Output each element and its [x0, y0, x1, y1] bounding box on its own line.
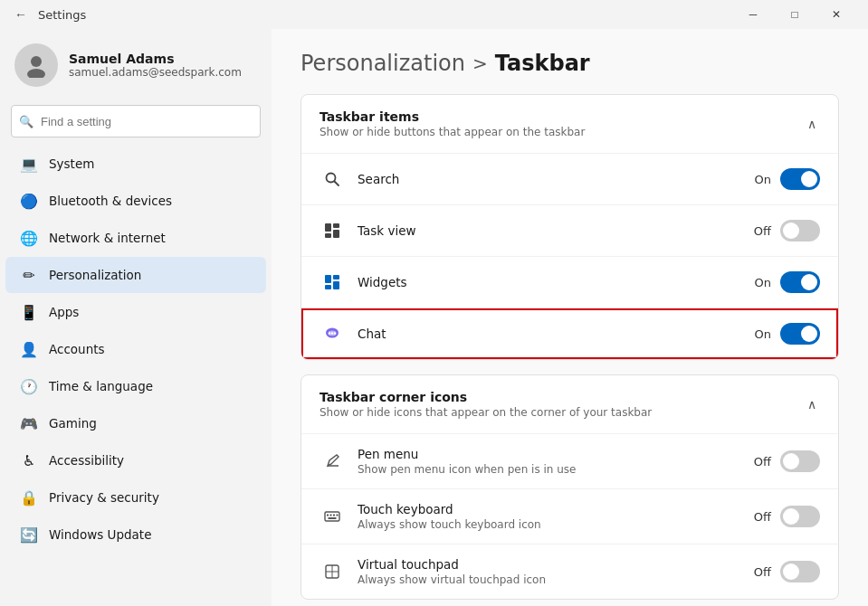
section-header-taskbar-items: Taskbar items Show or hide buttons that … [301, 95, 838, 154]
toggle-widgets[interactable] [780, 271, 820, 293]
setting-row-task-view: Task view Off [301, 205, 838, 257]
svg-rect-22 [337, 515, 339, 516]
sidebar-item-label-accounts: Accounts [49, 342, 105, 356]
setting-label-virtual-touchpad: Virtual touchpad [358, 557, 754, 572]
app-title: Settings [38, 8, 86, 22]
toggle-touch-keyboard[interactable] [780, 506, 820, 527]
setting-sublabel-virtual-touchpad: Always show virtual touchpad icon [358, 573, 754, 586]
sidebar-item-accounts[interactable]: 👤 Accounts [5, 331, 266, 367]
task-view-icon [320, 218, 345, 243]
back-button[interactable]: ← [11, 4, 31, 25]
toggle-virtual-touchpad[interactable] [780, 561, 820, 582]
sidebar-item-label-privacy: Privacy & security [49, 490, 159, 505]
svg-point-15 [331, 332, 333, 334]
avatar [14, 43, 58, 87]
setting-sublabel-pen-menu: Show pen menu icon when pen is in use [358, 463, 754, 476]
collapse-btn-taskbar-corner-icons[interactable]: ∧ [804, 393, 820, 415]
section-taskbar-items: Taskbar items Show or hide buttons that … [300, 94, 839, 360]
sidebar-item-label-network: Network & internet [49, 231, 166, 245]
minimize-button[interactable]: ─ [732, 0, 774, 29]
svg-rect-5 [333, 223, 339, 228]
sidebar-item-privacy[interactable]: 🔒 Privacy & security [5, 479, 266, 516]
sidebar-item-system[interactable]: 💻 System [5, 146, 266, 182]
sidebar-item-label-time: Time & language [49, 379, 153, 393]
toggle-search[interactable] [780, 168, 820, 190]
accessibility-icon: ♿ [20, 451, 38, 469]
setting-label-touch-keyboard: Touch keyboard [358, 502, 754, 516]
sidebar-nav: 💻 System 🔵 Bluetooth & devices 🌐 Network… [0, 145, 272, 554]
setting-row-virtual-touchpad: Virtual touchpad Always show virtual tou… [301, 544, 838, 599]
sections-container: Taskbar items Show or hide buttons that … [300, 94, 839, 600]
section-header-taskbar-corner-icons: Taskbar corner icons Show or hide icons … [301, 375, 838, 434]
privacy-icon: 🔒 [20, 488, 38, 507]
svg-point-1 [27, 69, 45, 78]
svg-rect-4 [325, 223, 331, 232]
setting-label-task-view: Task view [358, 223, 754, 238]
user-name: Samuel Adams [69, 52, 242, 66]
svg-rect-21 [333, 515, 335, 516]
apps-icon: 📱 [20, 303, 38, 321]
search-icon [320, 166, 345, 192]
app-body: Samuel Adams samuel.adams@seedspark.com … [0, 29, 868, 606]
breadcrumb: Personalization > Taskbar [300, 51, 839, 76]
toggle-task-view[interactable] [780, 220, 820, 241]
svg-rect-9 [333, 275, 339, 279]
title-bar: ← Settings ─ □ ✕ [0, 0, 868, 29]
maximize-button[interactable]: □ [774, 0, 816, 29]
sidebar-item-label-apps: Apps [49, 305, 79, 319]
sidebar-item-windows-update[interactable]: 🔄 Windows Update [5, 516, 266, 553]
section-title-taskbar-corner-icons: Taskbar corner icons [320, 390, 652, 404]
svg-rect-10 [333, 281, 339, 289]
svg-rect-19 [327, 515, 329, 516]
network-icon: 🌐 [20, 229, 38, 247]
setting-status-pen-menu: Off [754, 455, 771, 469]
sidebar-item-label-system: System [49, 156, 94, 171]
svg-rect-20 [330, 515, 332, 516]
collapse-btn-taskbar-items[interactable]: ∧ [804, 113, 820, 135]
accounts-icon: 👤 [20, 340, 38, 358]
toggle-chat[interactable] [780, 323, 820, 345]
sidebar-item-label-windows-update: Windows Update [49, 527, 151, 542]
setting-row-pen-menu: Pen menu Show pen menu icon when pen is … [301, 434, 838, 489]
svg-point-14 [329, 332, 330, 334]
section-subtitle-taskbar-corner-icons: Show or hide icons that appear on the co… [320, 406, 652, 419]
breadcrumb-parent: Personalization [300, 51, 465, 76]
setting-sublabel-touch-keyboard: Always show touch keyboard icon [358, 518, 754, 531]
pen-menu-icon [320, 449, 345, 474]
setting-row-chat: Chat On [301, 308, 838, 359]
bluetooth-icon: 🔵 [20, 192, 38, 210]
window-controls: ─ □ ✕ [732, 0, 857, 29]
svg-point-16 [334, 332, 336, 334]
sidebar-item-label-gaming: Gaming [49, 416, 97, 431]
sidebar-item-time[interactable]: 🕐 Time & language [5, 368, 266, 404]
setting-label-widgets: Widgets [358, 275, 755, 289]
windows-update-icon: 🔄 [20, 526, 38, 544]
breadcrumb-separator: > [472, 52, 488, 74]
svg-rect-7 [325, 233, 331, 238]
sidebar-item-personalization[interactable]: ✏️ Personalization [5, 257, 266, 293]
sidebar-item-accessibility[interactable]: ♿ Accessibility [5, 442, 266, 478]
section-subtitle-taskbar-items: Show or hide buttons that appear on the … [320, 126, 585, 138]
setting-status-task-view: Off [754, 224, 771, 238]
user-email: samuel.adams@seedspark.com [69, 66, 242, 79]
sidebar: Samuel Adams samuel.adams@seedspark.com … [0, 29, 272, 606]
title-bar-left: ← Settings [11, 4, 86, 25]
search-input[interactable] [11, 105, 261, 137]
sidebar-item-label-accessibility: Accessibility [49, 453, 124, 468]
main-content: Personalization > Taskbar Taskbar items … [272, 29, 868, 606]
gaming-icon: 🎮 [20, 414, 38, 432]
sidebar-item-gaming[interactable]: 🎮 Gaming [5, 405, 266, 441]
setting-status-widgets: On [755, 276, 771, 289]
close-button[interactable]: ✕ [816, 0, 857, 29]
section-taskbar-corner-icons: Taskbar corner icons Show or hide icons … [300, 374, 839, 600]
user-profile[interactable]: Samuel Adams samuel.adams@seedspark.com [0, 29, 272, 101]
setting-status-touch-keyboard: Off [754, 510, 771, 524]
setting-row-widgets: Widgets On [301, 257, 838, 308]
touch-keyboard-icon [320, 504, 345, 529]
setting-label-pen-menu: Pen menu [358, 447, 754, 461]
widgets-icon [320, 270, 345, 295]
sidebar-item-apps[interactable]: 📱 Apps [5, 294, 266, 330]
sidebar-item-bluetooth[interactable]: 🔵 Bluetooth & devices [5, 183, 266, 219]
sidebar-item-network[interactable]: 🌐 Network & internet [5, 220, 266, 256]
toggle-pen-menu[interactable] [780, 450, 820, 472]
